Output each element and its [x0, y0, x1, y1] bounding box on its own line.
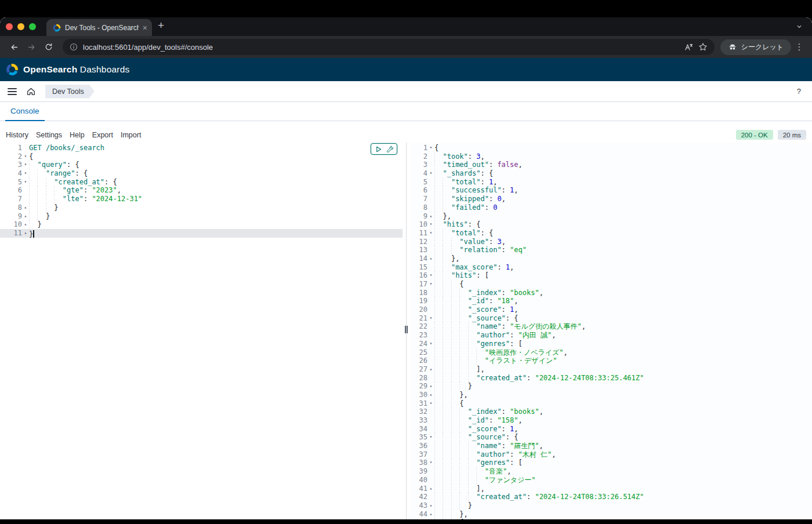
token: : — [510, 331, 518, 339]
code-text: }, — [434, 212, 451, 221]
fold-toggle-icon[interactable]: ▴ — [427, 365, 434, 374]
fold-toggle-icon[interactable]: ▾ — [427, 220, 434, 229]
site-info-icon[interactable] — [70, 43, 78, 51]
fold-toggle-icon[interactable]: ▾ — [427, 458, 434, 467]
browser-tab[interactable]: Dev Tools - OpenSearch Dash × — [46, 19, 152, 36]
fold-toggle-icon[interactable]: ▴ — [22, 203, 29, 212]
indent-guide — [451, 322, 459, 331]
fold-toggle-icon[interactable]: ▴ — [427, 382, 434, 391]
editor-line: 1GET /books/_search — [0, 144, 403, 152]
line-number: 11 — [0, 229, 22, 238]
fold-toggle-icon[interactable]: ▾ — [427, 433, 434, 442]
indent-guide — [459, 331, 467, 340]
fold-toggle-icon[interactable]: ▾ — [22, 178, 29, 187]
fold-toggle-icon[interactable]: ▾ — [427, 340, 434, 348]
menu-item-history[interactable]: History — [6, 131, 28, 139]
fold-toggle-icon[interactable]: ▾ — [427, 169, 434, 178]
menu-item-import[interactable]: Import — [121, 131, 141, 139]
forward-button[interactable] — [23, 39, 39, 55]
minimize-window-button[interactable] — [17, 23, 24, 30]
menu-item-export[interactable]: Export — [92, 131, 113, 139]
close-tab-icon[interactable]: × — [143, 24, 147, 32]
fold-toggle-icon[interactable]: ▴ — [427, 501, 434, 510]
menu-toggle-button[interactable] — [8, 88, 17, 95]
indent-guide — [434, 382, 443, 391]
app-nav-bar: Dev Tools ? — [0, 81, 812, 102]
zoom-window-button[interactable] — [29, 23, 36, 30]
fold-gutter — [427, 442, 434, 450]
indent-guide — [451, 340, 459, 348]
token: 0 — [493, 203, 497, 212]
indent-guide — [459, 305, 467, 314]
fold-toggle-icon[interactable]: ▾ — [22, 161, 29, 169]
response-viewer[interactable]: 1▾{2 "took": 3,3 "timed_out": false,4▾ "… — [410, 143, 812, 519]
token: : — [510, 450, 518, 458]
code-text: "max_score": 1, — [434, 263, 514, 272]
tab-console[interactable]: Console — [5, 103, 45, 121]
fold-toggle-icon[interactable]: ▾ — [427, 271, 434, 280]
request-editor[interactable]: 1GET /books/_search2▾{3▾ "query": {4▾ "r… — [0, 143, 403, 519]
fold-toggle-icon[interactable]: ▴ — [427, 485, 434, 493]
fold-toggle-icon[interactable]: ▾ — [427, 314, 434, 323]
split-resizer[interactable] — [403, 143, 410, 519]
token: "羅生門" — [510, 442, 539, 450]
fold-toggle-icon[interactable]: ▾ — [427, 518, 434, 519]
fold-toggle-icon[interactable]: ▾ — [427, 280, 434, 289]
token: "value" — [459, 238, 489, 246]
bookmark-star-icon[interactable] — [698, 42, 708, 52]
menu-item-help[interactable]: Help — [70, 131, 85, 139]
fold-toggle-icon[interactable]: ▴ — [427, 391, 434, 399]
back-button[interactable] — [6, 39, 22, 55]
indent-guide — [451, 314, 459, 323]
app-title: OpenSearch Dashboards — [23, 64, 129, 75]
fold-toggle-icon[interactable]: ▾ — [22, 152, 29, 161]
line-number: 37 — [410, 450, 427, 459]
token: : { — [480, 169, 493, 177]
home-icon[interactable] — [26, 86, 36, 96]
indent-guide — [434, 203, 443, 212]
request-options-button[interactable] — [385, 144, 395, 154]
editor-line: 43▴ } — [410, 501, 812, 510]
fold-toggle-icon[interactable]: ▴ — [427, 254, 434, 263]
indent-guide — [443, 365, 451, 374]
close-window-button[interactable] — [6, 23, 13, 30]
breadcrumb-dev-tools[interactable]: Dev Tools — [45, 85, 95, 99]
editor-line: 28 "created_at": "2024-12-24T08:33:25.46… — [410, 374, 812, 383]
indent-guide — [451, 391, 459, 399]
token: , — [582, 322, 586, 330]
token: : — [489, 195, 497, 203]
url-text[interactable]: localhost:5601/app/dev_tools#/console — [83, 43, 679, 52]
browser-menu-button[interactable]: ⋮ — [792, 42, 806, 52]
address-bar[interactable]: localhost:5601/app/dev_tools#/console — [63, 39, 715, 55]
help-icon[interactable]: ? — [797, 87, 804, 96]
response-status: 200 - OK 20 ms — [736, 130, 806, 140]
fold-toggle-icon[interactable]: ▴ — [22, 229, 29, 238]
code-text: "_id": "158", — [434, 416, 523, 425]
code-text: "_score": 1, — [434, 305, 519, 314]
token: "genres" — [476, 340, 510, 348]
indent-guide — [451, 297, 459, 305]
fold-toggle-icon[interactable]: ▾ — [427, 144, 434, 152]
tab-search-button[interactable] — [792, 20, 806, 34]
fold-toggle-icon[interactable]: ▴ — [22, 212, 29, 221]
code-text: }, — [434, 510, 468, 519]
token: { — [459, 518, 463, 519]
fold-toggle-icon[interactable]: ▴ — [427, 212, 434, 221]
indent-guide — [459, 365, 467, 374]
fold-toggle-icon[interactable]: ▾ — [427, 229, 434, 238]
fold-toggle-icon[interactable]: ▴ — [427, 510, 434, 519]
token: false — [497, 161, 518, 169]
line-number: 8 — [410, 203, 427, 212]
send-request-button[interactable] — [373, 144, 383, 154]
indent-guide — [468, 442, 476, 450]
reload-button[interactable] — [41, 39, 57, 55]
fold-toggle-icon[interactable]: ▾ — [22, 169, 29, 178]
translate-icon[interactable] — [684, 42, 693, 52]
opensearch-favicon-icon — [53, 24, 61, 32]
token: { — [434, 144, 438, 152]
fold-toggle-icon[interactable]: ▴ — [22, 220, 29, 229]
menu-item-settings[interactable]: Settings — [36, 131, 62, 139]
fold-toggle-icon[interactable]: ▾ — [427, 399, 434, 408]
code-text: "name": "モルグ街の殺人事件", — [434, 322, 586, 331]
new-tab-button[interactable]: + — [158, 19, 164, 32]
